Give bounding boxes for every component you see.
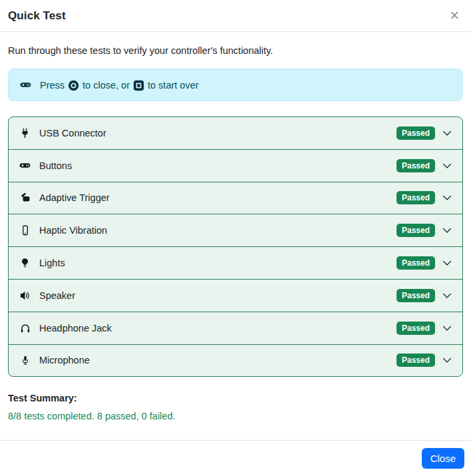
test-label: Lights xyxy=(39,258,396,268)
status-badge: Passed xyxy=(396,256,435,270)
status-badge: Passed xyxy=(396,159,435,172)
banner-text: to close, or xyxy=(82,80,130,91)
test-label: Haptic Vibration xyxy=(39,225,396,236)
status-badge: Passed xyxy=(396,126,435,140)
square-button-icon xyxy=(133,80,144,91)
chevron-down-icon xyxy=(442,128,452,138)
chevron-down-icon xyxy=(442,258,452,268)
test-row[interactable]: Microphone Passed xyxy=(8,344,463,377)
chevron-down-icon xyxy=(442,225,452,236)
test-label: Headphone Jack xyxy=(39,323,396,334)
microphone-icon xyxy=(19,355,31,365)
test-row[interactable]: Lights Passed xyxy=(8,246,463,280)
status-badge: Passed xyxy=(396,191,435,204)
usb-plug-icon xyxy=(19,128,31,138)
dialog-body: Run through these tests to verify your c… xyxy=(0,32,471,425)
info-banner: Press to close, or to start over xyxy=(8,69,463,101)
trigger-hand-icon xyxy=(19,192,31,203)
test-label: Adaptive Trigger xyxy=(39,192,396,203)
test-row[interactable]: Buttons Passed xyxy=(8,149,463,182)
test-row[interactable]: Adaptive Trigger Passed xyxy=(8,182,463,215)
headphones-icon xyxy=(19,323,31,334)
lightbulb-icon xyxy=(19,258,31,268)
description-text: Run through these tests to verify your c… xyxy=(8,45,463,56)
chevron-down-icon xyxy=(442,192,452,203)
test-label: Speaker xyxy=(39,290,396,301)
gamepad-icon xyxy=(19,160,31,171)
test-row[interactable]: Haptic Vibration Passed xyxy=(8,214,463,247)
status-badge: Passed xyxy=(396,224,435,237)
status-badge: Passed xyxy=(396,289,435,302)
gamepad-icon xyxy=(19,79,32,91)
test-accordion: USB Connector Passed Buttons Passed Adap… xyxy=(8,117,463,377)
banner-text: to start over xyxy=(148,80,199,91)
test-row[interactable]: USB Connector Passed xyxy=(8,117,463,150)
close-icon[interactable]: × xyxy=(448,8,462,23)
quick-test-dialog: Quick Test × Run through these tests to … xyxy=(0,0,471,476)
test-row[interactable]: Headphone Jack Passed xyxy=(8,312,463,345)
dialog-footer: Close xyxy=(0,440,471,476)
chevron-down-icon xyxy=(442,290,452,301)
circle-button-icon xyxy=(68,80,79,91)
test-label: USB Connector xyxy=(39,128,396,138)
chevron-down-icon xyxy=(442,160,452,171)
phone-icon xyxy=(19,225,31,236)
chevron-down-icon xyxy=(442,323,452,334)
banner-text: Press xyxy=(40,80,65,91)
summary-result-text: 8/8 tests completed. 8 passed, 0 failed. xyxy=(8,411,463,421)
dialog-title: Quick Test xyxy=(8,9,66,23)
test-label: Microphone xyxy=(39,355,396,365)
status-badge: Passed xyxy=(396,354,435,367)
summary-title: Test Summary: xyxy=(8,393,463,403)
dialog-header: Quick Test × xyxy=(0,0,471,32)
test-label: Buttons xyxy=(39,160,396,171)
chevron-down-icon xyxy=(442,355,452,365)
test-row[interactable]: Speaker Passed xyxy=(8,279,463,312)
close-button[interactable]: Close xyxy=(422,448,464,469)
speaker-icon xyxy=(19,290,31,301)
status-badge: Passed xyxy=(396,322,435,335)
